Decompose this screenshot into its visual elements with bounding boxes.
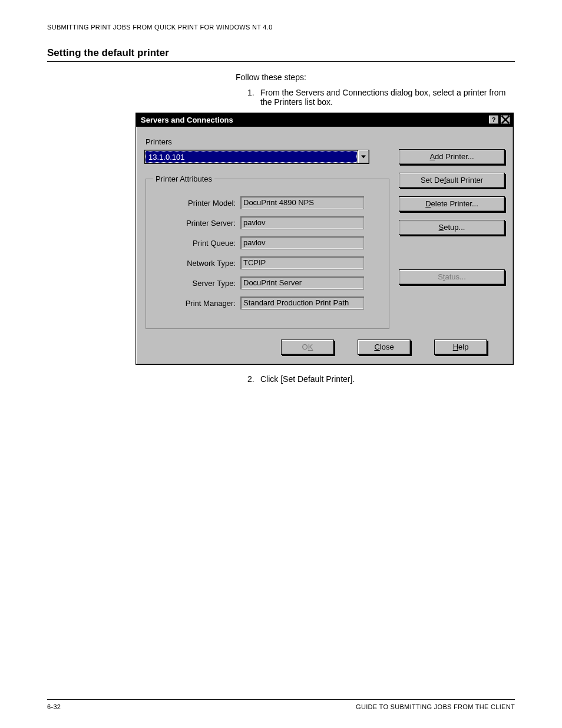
- printers-dropdown[interactable]: 13.1.0.101: [144, 150, 369, 164]
- step-text: From the Servers and Connections dialog …: [260, 88, 515, 107]
- print-manager-label: Print Manager:: [153, 299, 240, 308]
- printer-server-label: Printer Server:: [153, 219, 240, 228]
- server-type-label: Server Type:: [153, 279, 240, 288]
- printer-model-field: DocuPrint 4890 NPS: [240, 196, 364, 209]
- fieldset-legend: Printer Attributes: [153, 174, 214, 183]
- printer-model-label: Printer Model:: [153, 199, 240, 207]
- print-queue-label: Print Queue:: [153, 239, 240, 248]
- print-manager-field: Standard Production Print Path: [240, 297, 364, 309]
- chevron-down-icon[interactable]: [358, 150, 369, 163]
- printer-attributes-group: Printer Attributes Printer Model: DocuPr…: [146, 174, 389, 329]
- dialog-titlebar: Servers and Connections ?: [136, 113, 513, 127]
- server-type-field: DocuPrint Server: [240, 276, 364, 289]
- servers-connections-dialog: Servers and Connections ? Printers 13.1.…: [135, 113, 514, 365]
- intro-text: Follow these steps:: [236, 73, 515, 82]
- dropdown-value: 13.1.0.101: [146, 151, 357, 163]
- network-type-field: TCPIP: [240, 256, 364, 269]
- close-button[interactable]: Close: [358, 340, 411, 355]
- status-button[interactable]: Status...: [399, 269, 505, 285]
- delete-printer-button[interactable]: Delete Printer...: [399, 196, 505, 212]
- close-icon[interactable]: [500, 115, 511, 124]
- step-number: 1.: [247, 88, 260, 107]
- help-button[interactable]: Help: [434, 340, 487, 355]
- setup-button[interactable]: Setup...: [399, 220, 505, 235]
- printers-label: Printers: [146, 137, 391, 146]
- running-header: SUBMITTING PRINT JOBS FROM QUICK PRINT F…: [47, 24, 515, 31]
- network-type-label: Network Type:: [153, 259, 240, 268]
- ok-button[interactable]: OK: [281, 340, 334, 355]
- add-printer-button[interactable]: Add Printer...: [399, 149, 505, 164]
- help-icon[interactable]: ?: [488, 115, 499, 124]
- print-queue-field: pavlov: [240, 236, 364, 249]
- dialog-title: Servers and Connections: [141, 116, 233, 124]
- section-heading: Setting the default printer: [47, 47, 515, 62]
- printer-server-field: pavlov: [240, 216, 364, 229]
- step-number: 2.: [247, 374, 260, 384]
- step-text: Click [Set Default Printer].: [260, 374, 355, 384]
- set-default-printer-button[interactable]: Set Default Printer: [399, 173, 505, 188]
